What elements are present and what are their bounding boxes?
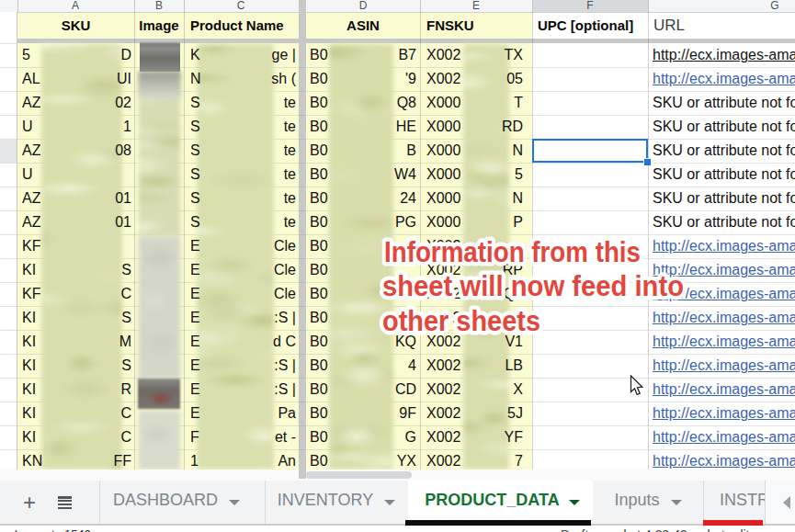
- svg-text:sheet will now feed into: sheet will now feed into: [382, 270, 684, 302]
- svg-text:Information from this: Information from this: [384, 236, 641, 268]
- svg-text:other sheets: other sheets: [382, 305, 540, 337]
